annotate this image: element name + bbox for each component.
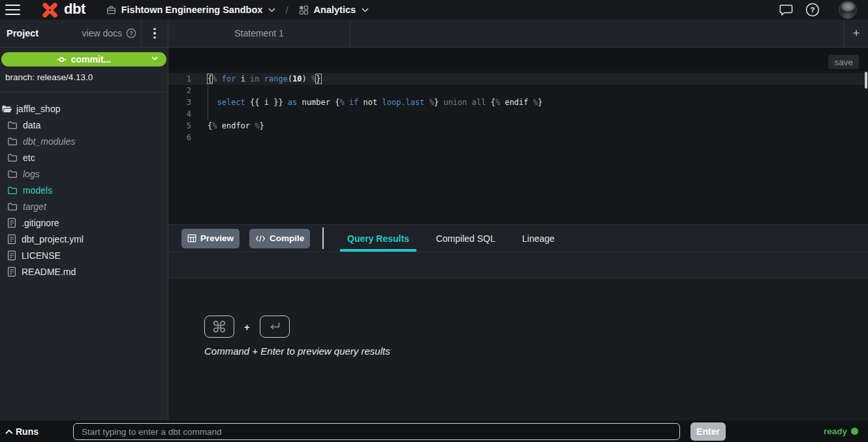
git-commit-icon	[57, 55, 67, 65]
line-number: 4	[168, 108, 191, 120]
header-divider	[141, 20, 142, 47]
code-line-5[interactable]: 5{% endfor %}	[168, 120, 868, 132]
toolbar-divider	[322, 228, 324, 249]
tree-item-license[interactable]: LICENSE	[0, 247, 168, 263]
view-docs-link[interactable]: view docs ?	[82, 28, 136, 38]
code-line-1[interactable]: 1{% for i in range(10) %}	[168, 73, 868, 85]
sidebar-menu-icon[interactable]	[149, 20, 160, 47]
dbt-logo-icon[interactable]	[40, 1, 59, 19]
file-icon	[7, 234, 16, 244]
sidebar-title: Project	[7, 28, 39, 38]
tree-item-readme-md[interactable]: README.md	[0, 263, 168, 280]
workspace: Statement 1 + save 1{% for i in range(10…	[168, 20, 868, 420]
tab-compiled-sql[interactable]: Compiled SQL	[429, 225, 503, 252]
plus-label: +	[244, 321, 250, 332]
help-icon[interactable]: ?	[805, 3, 820, 17]
shortcut-keys: +	[204, 316, 290, 338]
indent-guide	[208, 85, 208, 121]
status-dot	[851, 428, 858, 435]
command-bar: Runs Enter ready	[0, 420, 868, 442]
code-lines: 1{% for i in range(10) %}23 select {{ i …	[168, 73, 868, 143]
new-tab-button[interactable]: +	[844, 20, 868, 47]
git-section: commit... branch: release/4.13.0	[0, 52, 168, 93]
hamburger-menu-icon[interactable]	[5, 5, 20, 15]
command-input[interactable]	[73, 423, 680, 440]
code-line-2[interactable]: 2	[168, 85, 868, 96]
table-icon	[187, 234, 196, 243]
tree-item-label: README.md	[22, 267, 76, 277]
tab-lineage[interactable]: Lineage	[515, 225, 562, 252]
tree-item-label: logs	[23, 169, 40, 179]
user-avatar[interactable]	[839, 1, 857, 19]
tree-item-models[interactable]: models	[0, 182, 168, 198]
line-number: 2	[168, 85, 191, 96]
help-circle-icon: ?	[126, 28, 136, 38]
project-chevron-down-icon[interactable]	[268, 8, 275, 12]
code-line-6[interactable]: 6	[168, 132, 868, 143]
tree-item-label: dbt_modules	[23, 136, 75, 147]
results-panel: + Command + Enter to preview query resul…	[168, 278, 868, 420]
tree-item-label: .gitignore	[22, 218, 59, 228]
editor-scrollbar[interactable]	[865, 72, 867, 89]
tree-item-target[interactable]: target	[0, 198, 168, 214]
folder-icon	[7, 136, 18, 147]
preview-button[interactable]: Preview	[181, 229, 240, 248]
view-docs-label: view docs	[82, 28, 122, 38]
svg-text:?: ?	[129, 30, 132, 37]
tab-query-results[interactable]: Query Results	[340, 225, 416, 252]
account-breadcrumb[interactable]: Analytics	[314, 5, 356, 15]
folder-icon	[7, 153, 18, 163]
compile-button[interactable]: Compile	[249, 229, 310, 248]
tree-item--gitignore[interactable]: .gitignore	[0, 214, 168, 231]
tree-item-dbt-project-yml[interactable]: dbt_project.yml	[0, 231, 168, 247]
folder-icon	[7, 169, 18, 179]
tree-item-label: data	[23, 120, 40, 130]
folder-open-icon	[1, 104, 12, 114]
commit-label: commit...	[71, 54, 111, 65]
runs-label: Runs	[16, 426, 39, 437]
file-icon	[7, 267, 16, 277]
save-button[interactable]: save	[828, 55, 859, 69]
results-toolbar: Preview Compile Query ResultsCompiled SQ…	[168, 225, 868, 252]
folder-icon	[7, 185, 18, 196]
folder-icon	[7, 120, 18, 130]
tree-item-label: dbt_project.yml	[22, 234, 84, 244]
grid-icon	[299, 5, 309, 15]
code-text: select {{ i }} as number {% if not loop.…	[208, 96, 542, 108]
commit-button[interactable]: commit...	[1, 52, 166, 66]
enter-key-icon	[260, 316, 290, 338]
code-line-3[interactable]: 3 select {{ i }} as number {% if not loo…	[168, 96, 868, 108]
tree-item-label: jaffle_shop	[16, 104, 60, 114]
sidebar-header: Project view docs ?	[0, 20, 168, 48]
tree-item-data[interactable]: data	[0, 117, 168, 133]
sidebar: Project view docs ? commit... branch: re…	[0, 20, 168, 420]
tree-item-dbt-modules[interactable]: dbt_modules	[0, 133, 168, 149]
results-tabs: Query ResultsCompiled SQLLineage	[340, 225, 562, 252]
runs-toggle[interactable]: Runs	[5, 426, 39, 437]
commit-chevron-down-icon[interactable]	[151, 56, 158, 61]
enter-button[interactable]: Enter	[690, 422, 726, 441]
tree-item-etc[interactable]: etc	[0, 149, 168, 166]
line-number: 3	[168, 96, 191, 108]
line-number: 5	[168, 120, 191, 132]
account-chevron-down-icon[interactable]	[362, 8, 369, 12]
tree-item-label: LICENSE	[22, 250, 61, 261]
compile-label: Compile	[270, 233, 304, 243]
project-breadcrumb[interactable]: Fishtown Engineering Sandbox	[121, 5, 263, 15]
code-text: {% endfor %}	[208, 120, 264, 132]
dbt-brand-text: dbt	[64, 2, 85, 18]
tree-item-logs[interactable]: logs	[0, 166, 168, 182]
briefcase-icon	[106, 5, 116, 15]
branch-label: branch: release/4.13.0	[5, 72, 168, 82]
chat-icon[interactable]	[779, 4, 793, 16]
status-label: ready	[824, 426, 847, 436]
code-editor[interactable]: save 1{% for i in range(10) %}23 select …	[168, 48, 868, 225]
line-number: 1	[168, 73, 191, 85]
folder-icon	[7, 201, 18, 212]
breadcrumb-separator: /	[285, 5, 288, 16]
tab-statement-1[interactable]: Statement 1	[168, 20, 350, 47]
code-line-4[interactable]: 4	[168, 108, 868, 120]
tree-item-label: models	[23, 185, 52, 196]
tree-item-jaffle-shop[interactable]: jaffle_shop	[0, 100, 168, 117]
chevron-up-icon	[5, 429, 13, 434]
